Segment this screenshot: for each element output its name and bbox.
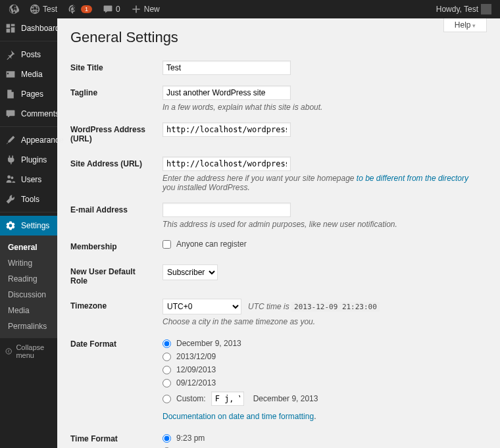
date-format-custom-input[interactable]	[211, 391, 244, 406]
date-format-option[interactable]: 09/12/2013	[162, 376, 480, 389]
comments-menu[interactable]: 0	[98, 0, 125, 18]
site-url-label: Site Address (URL)	[70, 151, 156, 197]
site-url-help-link[interactable]: to be different from the directory	[357, 174, 468, 183]
sidebar-item-tools[interactable]: Tools	[0, 189, 57, 209]
avatar	[481, 4, 491, 14]
datetime-doc-link[interactable]: Documentation on date and time formattin…	[162, 412, 314, 421]
page-title: General Settings	[70, 29, 487, 46]
email-label: E-mail Address	[70, 197, 156, 234]
admin-sidebar: DashboardPostsMediaPagesCommentsAppearan…	[0, 18, 57, 448]
sidebar-item-posts[interactable]: Posts	[0, 45, 57, 64]
collapse-menu[interactable]: Collapse menu	[0, 338, 57, 364]
submenu-item-discussion[interactable]: Discussion	[0, 287, 57, 303]
site-title-input[interactable]	[162, 61, 291, 75]
date-format-option[interactable]: December 9, 2013	[162, 337, 480, 350]
site-name: Test	[43, 5, 57, 14]
new-menu[interactable]: New	[126, 0, 164, 18]
svg-point-0	[6, 349, 11, 354]
tagline-input[interactable]	[162, 86, 291, 100]
help-tab[interactable]: Help	[443, 18, 487, 32]
membership-checkbox-label[interactable]: Anyone can register	[162, 239, 480, 249]
submenu-item-general[interactable]: General	[0, 239, 57, 255]
date-format-label: Date Format	[70, 332, 156, 426]
wp-logo-menu[interactable]	[4, 0, 24, 18]
brush-icon	[5, 135, 16, 145]
comment-icon	[5, 109, 16, 119]
account-menu[interactable]: Howdy, Test	[432, 0, 496, 18]
time-format-label: Time Format	[70, 426, 156, 448]
time-format-option[interactable]: 9:23 pm	[162, 432, 480, 445]
sidebar-item-dashboard[interactable]: Dashboard	[0, 18, 57, 38]
sidebar-item-media[interactable]: Media	[0, 64, 57, 84]
sidebar-item-users[interactable]: Users	[0, 170, 57, 189]
wp-url-label: WordPress Address (URL)	[70, 117, 156, 151]
comment-icon	[103, 4, 113, 14]
media-icon	[5, 69, 16, 80]
submenu-item-writing[interactable]: Writing	[0, 255, 57, 271]
users-icon	[5, 174, 16, 185]
membership-label: Membership	[70, 234, 156, 259]
timezone-desc: Choose a city in the same timezone as yo…	[162, 317, 480, 326]
date-format-custom[interactable]: Custom:December 9, 2013	[162, 389, 480, 408]
plugin-icon	[5, 155, 16, 165]
site-url-input[interactable]	[162, 157, 291, 171]
submenu-item-reading[interactable]: Reading	[0, 271, 57, 287]
comment-count: 0	[116, 5, 120, 14]
collapse-icon	[5, 347, 12, 356]
tagline-desc: In a few words, explain what this site i…	[162, 103, 480, 112]
date-format-option[interactable]: 12/09/2013	[162, 363, 480, 376]
updates-menu[interactable]: 1	[63, 0, 97, 18]
sidebar-item-comments[interactable]: Comments	[0, 104, 57, 124]
date-format-option[interactable]: 2013/12/09	[162, 350, 480, 363]
email-desc: This address is used for admin purposes,…	[162, 220, 480, 229]
email-input[interactable]	[162, 203, 291, 217]
timezone-select[interactable]: UTC+0	[162, 299, 241, 314]
membership-checkbox[interactable]	[162, 240, 171, 249]
tagline-label: Tagline	[70, 80, 156, 117]
tools-icon	[5, 194, 16, 205]
site-menu[interactable]: Test	[25, 0, 62, 18]
sidebar-item-pages[interactable]: Pages	[0, 84, 57, 104]
settings-icon	[5, 220, 16, 231]
default-role-select[interactable]: Subscriber	[162, 264, 218, 280]
admin-bar: Test 1 0 New Howdy, Test	[0, 0, 500, 18]
dashboard-icon	[5, 23, 16, 34]
site-title-label: Site Title	[70, 55, 156, 80]
site-url-desc: Enter the address here if you want your …	[162, 174, 480, 192]
plus-icon	[131, 4, 141, 14]
time-format-option[interactable]: 9:23 PM	[162, 445, 480, 448]
submenu-item-media[interactable]: Media	[0, 303, 57, 318]
globe-icon	[30, 4, 40, 14]
update-count: 1	[81, 5, 92, 13]
sidebar-item-settings[interactable]: Settings	[0, 216, 57, 236]
page-icon	[5, 89, 16, 99]
pin-icon	[5, 49, 16, 60]
timezone-label: Timezone	[70, 293, 156, 332]
settings-submenu: GeneralWritingReadingDiscussionMediaPerm…	[0, 236, 57, 338]
wordpress-icon	[9, 4, 19, 14]
sidebar-item-plugins[interactable]: Plugins	[0, 150, 57, 170]
content-area: Help General Settings Site Title Tagline…	[57, 18, 500, 448]
utc-time: 2013-12-09 21:23:00	[291, 302, 380, 312]
sidebar-item-appearance[interactable]: Appearance	[0, 130, 57, 150]
update-icon	[68, 4, 78, 14]
default-role-label: New User Default Role	[70, 259, 156, 293]
submenu-item-permalinks[interactable]: Permalinks	[0, 318, 57, 334]
wp-url-input[interactable]	[162, 122, 291, 137]
